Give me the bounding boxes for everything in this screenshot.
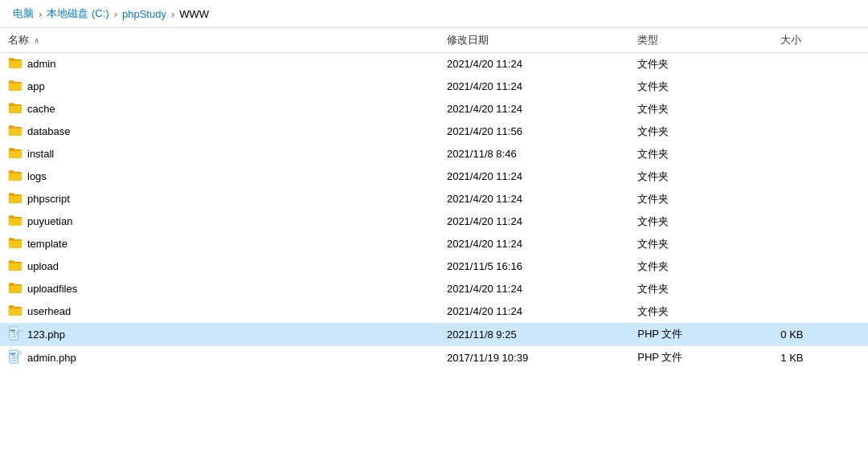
file-date: 2021/4/20 11:24	[439, 210, 629, 233]
file-date: 2021/4/20 11:24	[439, 98, 629, 120]
file-name-cell: phpscript	[8, 191, 431, 206]
file-date: 2021/11/8 8:46	[439, 143, 629, 165]
table-row[interactable]: PHP admin.php2017/11/19 10:39PHP 文件1 KB	[0, 346, 868, 369]
file-name-text: 123.php	[27, 328, 65, 341]
file-type: 文件夹	[629, 143, 772, 165]
folder-icon	[8, 124, 23, 139]
file-date: 2021/4/20 11:56	[439, 120, 629, 143]
table-row[interactable]: upload2021/11/5 16:16文件夹	[0, 255, 868, 278]
folder-icon	[8, 146, 23, 161]
file-size	[772, 188, 868, 210]
file-date: 2021/4/20 11:24	[439, 300, 629, 323]
file-name-text: phpscript	[27, 193, 70, 205]
table-row[interactable]: uploadfiles2021/4/20 11:24文件夹	[0, 278, 868, 300]
file-type: 文件夹	[629, 75, 772, 98]
file-date: 2021/4/20 11:24	[439, 53, 629, 75]
file-name-text: install	[27, 148, 54, 160]
svg-rect-2	[18, 326, 23, 330]
folder-icon	[8, 169, 23, 184]
folder-icon	[8, 191, 23, 206]
svg-rect-9	[18, 349, 23, 353]
file-size	[772, 143, 868, 165]
file-name-cell: admin	[8, 56, 431, 71]
file-name-text: admin	[27, 58, 55, 70]
col-header-size[interactable]: 大小	[772, 28, 868, 53]
svg-text:PHP: PHP	[10, 352, 16, 355]
breadcrumb-item-c-drive[interactable]: 本地磁盘 (C:)	[47, 6, 108, 21]
file-name-cell: PHP 123.php	[8, 326, 431, 343]
sort-arrow-name: ∧	[34, 36, 39, 45]
file-date: 2021/4/20 11:24	[439, 233, 629, 255]
table-row[interactable]: install2021/11/8 8:46文件夹	[0, 143, 868, 165]
table-row[interactable]: logs2021/4/20 11:24文件夹	[0, 165, 868, 188]
file-date: 2021/11/5 16:16	[439, 255, 629, 278]
breadcrumb: 电脑 › 本地磁盘 (C:) › phpStudy › WWW	[0, 0, 868, 28]
file-type: 文件夹	[629, 165, 772, 188]
file-name-text: admin.php	[27, 352, 76, 364]
file-name-cell: template	[8, 236, 431, 251]
breadcrumb-sep-3: ›	[171, 8, 174, 20]
col-header-date[interactable]: 修改日期	[439, 28, 629, 53]
file-name-text: database	[27, 125, 71, 137]
file-size	[772, 165, 868, 188]
file-date: 2017/11/19 10:39	[439, 346, 629, 369]
file-list-table: 名称 ∧ 修改日期 类型 大小 admin2021/4/20 11:24文件夹	[0, 28, 868, 369]
table-row[interactable]: userhead2021/4/20 11:24文件夹	[0, 300, 868, 323]
file-name-cell: logs	[8, 169, 431, 184]
file-name-cell: puyuetian	[8, 214, 431, 229]
table-header-row: 名称 ∧ 修改日期 类型 大小	[0, 28, 868, 53]
file-date: 2021/11/8 9:25	[439, 323, 629, 346]
file-size	[772, 210, 868, 233]
folder-icon	[8, 79, 23, 94]
col-header-name[interactable]: 名称 ∧	[0, 28, 439, 53]
file-name-text: uploadfiles	[27, 283, 77, 295]
table-row[interactable]: cache2021/4/20 11:24文件夹	[0, 98, 868, 120]
table-row[interactable]: template2021/4/20 11:24文件夹	[0, 233, 868, 255]
file-name-cell: cache	[8, 101, 431, 116]
file-size	[772, 98, 868, 120]
file-type: 文件夹	[629, 255, 772, 278]
file-name-cell: database	[8, 124, 431, 139]
file-name-cell: PHP admin.php	[8, 349, 431, 366]
breadcrumb-item-phpstudy[interactable]: phpStudy	[122, 8, 166, 20]
breadcrumb-item-computer[interactable]: 电脑	[13, 6, 34, 21]
file-list-body: admin2021/4/20 11:24文件夹 app2021/4/20 11:…	[0, 53, 868, 369]
file-type: 文件夹	[629, 120, 772, 143]
folder-icon	[8, 304, 23, 319]
table-row[interactable]: database2021/4/20 11:56文件夹	[0, 120, 868, 143]
file-size	[772, 278, 868, 300]
table-row[interactable]: puyuetian2021/4/20 11:24文件夹	[0, 210, 868, 233]
file-size	[772, 53, 868, 75]
file-list-container: 名称 ∧ 修改日期 类型 大小 admin2021/4/20 11:24文件夹	[0, 28, 868, 451]
col-header-type[interactable]: 类型	[629, 28, 772, 53]
folder-icon	[8, 259, 23, 274]
file-date: 2021/4/20 11:24	[439, 278, 629, 300]
breadcrumb-current: WWW	[179, 8, 209, 20]
folder-icon	[8, 56, 23, 71]
file-name-text: app	[27, 80, 45, 92]
file-name-cell: app	[8, 79, 431, 94]
file-name-text: puyuetian	[27, 215, 72, 227]
table-row[interactable]: PHP 123.php2021/11/8 9:25PHP 文件0 KB	[0, 323, 868, 346]
file-type: 文件夹	[629, 278, 772, 300]
file-type: PHP 文件	[629, 323, 772, 346]
file-date: 2021/4/20 11:24	[439, 165, 629, 188]
file-size	[772, 75, 868, 98]
folder-icon	[8, 236, 23, 251]
table-row[interactable]: admin2021/4/20 11:24文件夹	[0, 53, 868, 75]
file-name-text: logs	[27, 170, 47, 182]
file-name-cell: userhead	[8, 304, 431, 319]
file-type: PHP 文件	[629, 346, 772, 369]
breadcrumb-sep-1: ›	[39, 8, 42, 20]
file-name-text: cache	[27, 103, 55, 115]
table-row[interactable]: phpscript2021/4/20 11:24文件夹	[0, 188, 868, 210]
file-type: 文件夹	[629, 300, 772, 323]
breadcrumb-sep-2: ›	[114, 8, 117, 20]
file-type: 文件夹	[629, 53, 772, 75]
table-row[interactable]: app2021/4/20 11:24文件夹	[0, 75, 868, 98]
php-file-icon: PHP	[8, 326, 23, 343]
folder-icon	[8, 281, 23, 296]
file-date: 2021/4/20 11:24	[439, 188, 629, 210]
file-type: 文件夹	[629, 233, 772, 255]
file-type: 文件夹	[629, 188, 772, 210]
